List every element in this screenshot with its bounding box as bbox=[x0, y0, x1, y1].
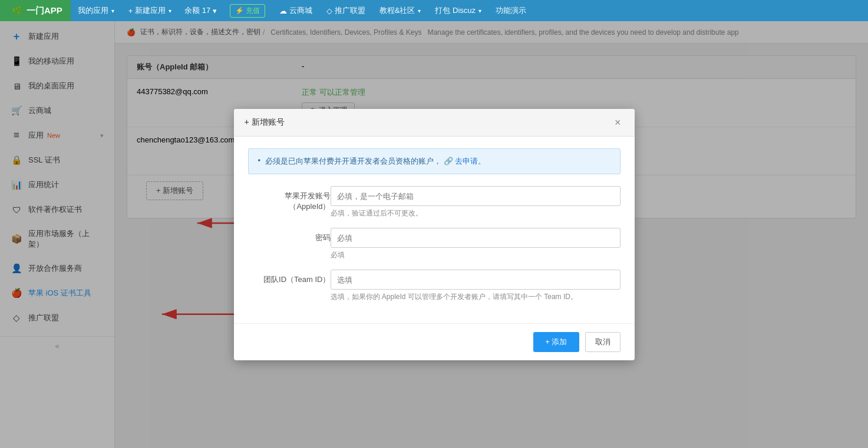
appleid-input[interactable] bbox=[331, 186, 621, 206]
password-label: 密码 bbox=[248, 228, 331, 243]
logo-text: 一门APP bbox=[27, 5, 62, 16]
appleid-field: 必填，验证通过后不可更改。 bbox=[331, 186, 621, 218]
nav-tutorial-label: 教程&社区 bbox=[379, 5, 415, 16]
nav-new-app[interactable]: + 新建应用 ▾ bbox=[121, 0, 179, 21]
nav-cloud-store[interactable]: ☁ 云商城 bbox=[272, 0, 319, 21]
apply-link[interactable]: 🔗 去申请。 bbox=[444, 157, 486, 165]
chevron-down-icon: ▾ bbox=[111, 8, 114, 14]
teamid-label: 团队ID（Team ID） bbox=[248, 270, 331, 285]
nav-discuz[interactable]: 打包 Discuz ▾ bbox=[428, 0, 489, 21]
password-hint: 必填 bbox=[331, 250, 621, 260]
password-input[interactable] bbox=[331, 228, 621, 248]
appleid-label: 苹果开发账号（AppleId） bbox=[248, 186, 331, 212]
dialog-footer: + 添加 取消 bbox=[234, 323, 635, 360]
dialog-header: + 新增账号 × bbox=[234, 109, 635, 137]
form-row-appleid: 苹果开发账号（AppleId） 必填，验证通过后不可更改。 bbox=[248, 186, 621, 218]
logo[interactable]: 🌿 一门APP bbox=[0, 0, 71, 21]
nav-promo-label: 推广联盟 bbox=[335, 5, 365, 16]
dialog-overlay: + 新增账号 × • 必须是已向苹果付费并开通开发者会员资格的账户， 🔗 去申请… bbox=[0, 21, 868, 448]
nav-my-apps[interactable]: 我的应用 ▾ bbox=[71, 0, 121, 21]
diamond-icon: ◇ bbox=[326, 6, 332, 15]
cancel-button[interactable]: 取消 bbox=[585, 332, 621, 352]
submit-label: + 添加 bbox=[545, 337, 567, 346]
bullet-icon: • bbox=[258, 156, 261, 165]
nav-demo[interactable]: 功能演示 bbox=[489, 0, 533, 21]
charge-badge[interactable]: ⚡ 充值 bbox=[230, 4, 265, 18]
teamid-hint: 选填，如果你的 AppleId 可以管理多个开发者账户，请填写其中一个 Team… bbox=[331, 292, 621, 302]
plus-icon: + bbox=[128, 6, 133, 15]
submit-button[interactable]: + 添加 bbox=[533, 332, 579, 352]
nav-charge[interactable]: ⚡ 充值 bbox=[223, 0, 272, 21]
add-account-dialog: + 新增账号 × • 必须是已向苹果付费并开通开发者会员资格的账户， 🔗 去申请… bbox=[234, 109, 635, 360]
dialog-close-button[interactable]: × bbox=[612, 116, 624, 129]
nav-my-apps-label: 我的应用 bbox=[78, 5, 108, 16]
chevron-down-icon: ▾ bbox=[478, 8, 481, 14]
nav-discuz-label: 打包 Discuz bbox=[435, 5, 476, 16]
form-row-teamid: 团队ID（Team ID） 选填，如果你的 AppleId 可以管理多个开发者账… bbox=[248, 270, 621, 302]
nav-new-app-label: 新建应用 bbox=[135, 5, 166, 16]
chevron-down-icon: ▾ bbox=[169, 8, 171, 14]
chevron-down-icon: ▾ bbox=[418, 8, 421, 14]
dialog-notice: • 必须是已向苹果付费并开通开发者会员资格的账户， 🔗 去申请。 bbox=[248, 148, 621, 174]
cloud-icon: ☁ bbox=[279, 6, 287, 15]
nav-demo-label: 功能演示 bbox=[496, 5, 526, 16]
form-row-password: 密码 必填 bbox=[248, 228, 621, 260]
dialog-title: + 新增账号 bbox=[245, 117, 285, 128]
nav-balance[interactable]: 余额 17 ▾ bbox=[179, 5, 223, 16]
cancel-label: 取消 bbox=[595, 337, 610, 346]
top-navigation: 🌿 一门APP 我的应用 ▾ + 新建应用 ▾ 余额 17 ▾ ⚡ 充值 ☁ 云… bbox=[0, 0, 868, 21]
nav-tutorial[interactable]: 教程&社区 ▾ bbox=[372, 0, 428, 21]
nav-promo[interactable]: ◇ 推广联盟 bbox=[319, 0, 372, 21]
nav-cloud-label: 云商城 bbox=[289, 5, 312, 16]
password-field: 必填 bbox=[331, 228, 621, 260]
logo-icon: 🌿 bbox=[12, 5, 23, 16]
chevron-down-icon: ▾ bbox=[213, 6, 217, 15]
teamid-input[interactable] bbox=[331, 270, 621, 290]
teamid-field: 选填，如果你的 AppleId 可以管理多个开发者账户，请填写其中一个 Team… bbox=[331, 270, 621, 302]
appleid-hint: 必填，验证通过后不可更改。 bbox=[331, 208, 621, 218]
nav-balance-label: 余额 17 bbox=[184, 5, 210, 16]
dialog-body: • 必须是已向苹果付费并开通开发者会员资格的账户， 🔗 去申请。 苹果开发账号（… bbox=[234, 137, 635, 323]
notice-text: 必须是已向苹果付费并开通开发者会员资格的账户， 🔗 去申请。 bbox=[265, 156, 486, 167]
